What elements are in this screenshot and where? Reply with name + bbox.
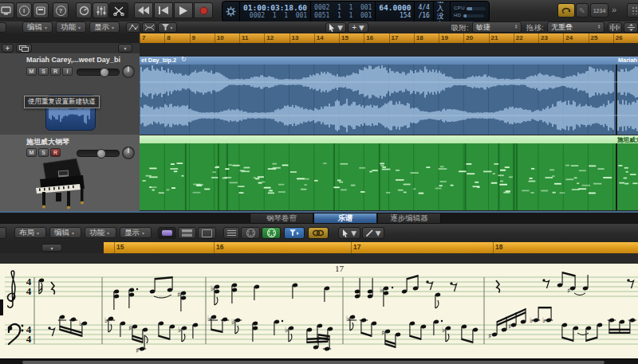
view-mode-linear-button[interactable] bbox=[158, 227, 176, 239]
lcd-settings[interactable] bbox=[223, 2, 240, 22]
play-button[interactable] bbox=[174, 2, 193, 18]
lcd-locator-bottom: 0051 1 1 001 bbox=[314, 12, 372, 20]
event-list-button[interactable] bbox=[223, 227, 239, 239]
tab-step-editor[interactable]: 逐步编辑器 bbox=[377, 213, 441, 224]
record-enable-button[interactable]: R bbox=[50, 148, 61, 157]
score-catch-button[interactable]: ▾ bbox=[41, 244, 62, 252]
ruler-number: 22 bbox=[516, 34, 523, 41]
pan-knob[interactable] bbox=[120, 144, 137, 162]
hd-meter-label: HD bbox=[454, 13, 462, 18]
automation-button[interactable] bbox=[126, 22, 140, 33]
ruler-number: 18 bbox=[416, 34, 423, 41]
cycle-button[interactable] bbox=[557, 3, 575, 18]
ruler-tick bbox=[589, 33, 589, 43]
vertical-zoom-button[interactable] bbox=[624, 22, 638, 33]
score-canvas[interactable]: 444417♭♯♭♯♯♭♭♭♭♭♭♭♯♭♯♯♯♭♭ bbox=[0, 253, 638, 358]
lcd-display[interactable]: 01:00:03:18.60 0002 1 1 001 0002 1 1 001… bbox=[222, 1, 490, 22]
duplicate-track-button[interactable] bbox=[16, 44, 32, 53]
menu-label: 功能 bbox=[89, 228, 104, 238]
midi-in-active-button[interactable] bbox=[262, 227, 281, 239]
track-header-audio[interactable]: Mariah Carey,...weet Day_bip M S R I bbox=[0, 53, 140, 135]
lcd-tempo[interactable]: 64.0000 154 bbox=[376, 2, 415, 22]
tab-score[interactable]: 乐谱 bbox=[313, 213, 377, 224]
catch-filter-button[interactable] bbox=[284, 227, 305, 239]
score-edit-menu[interactable]: 编辑▾ bbox=[49, 227, 81, 238]
midi-region-header[interactable]: 施坦威大 bbox=[140, 135, 638, 143]
track-header-collapse-button[interactable]: ▾ bbox=[118, 44, 132, 53]
waveform-zoom-button[interactable] bbox=[608, 22, 622, 33]
inspector-button[interactable] bbox=[33, 2, 49, 18]
track-name[interactable]: 施坦威大钢琴 bbox=[26, 137, 120, 147]
chevron-down-icon: ▾ bbox=[107, 230, 109, 236]
quick-help-button[interactable]: ? bbox=[53, 2, 69, 18]
view-mode-page-button[interactable] bbox=[198, 227, 216, 239]
crossfade-button[interactable] bbox=[142, 22, 156, 33]
count-in-button[interactable]: 1234 bbox=[590, 3, 608, 18]
svg-text:♭: ♭ bbox=[207, 315, 211, 323]
score-layout-menu[interactable]: 布局▾ bbox=[14, 227, 46, 238]
lcd-locators[interactable]: 0002 1 1 001 0051 1 1 001 bbox=[311, 2, 376, 22]
ruler-number: 18 bbox=[495, 243, 502, 251]
link-button[interactable] bbox=[308, 227, 329, 239]
screen-set-button[interactable] bbox=[0, 2, 14, 18]
lcd-tempo-value: 64.0000 bbox=[379, 4, 411, 12]
solo-button[interactable]: S bbox=[38, 148, 49, 157]
score-pointer-tool[interactable]: ▾ bbox=[338, 227, 360, 239]
tools-button[interactable] bbox=[109, 2, 128, 18]
drag-select[interactable]: 无重叠 ▲▼ bbox=[547, 22, 605, 33]
mixer-button[interactable] bbox=[93, 2, 108, 18]
track-name[interactable]: Mariah Carey,...weet Day_bip bbox=[26, 56, 120, 64]
ruler-tick bbox=[389, 33, 390, 43]
arrange-edit-menu[interactable]: 编辑▾ bbox=[22, 22, 53, 33]
scrollbar-thumb[interactable] bbox=[22, 361, 605, 364]
more-chevron-icon[interactable]: » bbox=[612, 5, 616, 14]
chevron-down-icon: ▾ bbox=[50, 245, 53, 251]
library-button[interactable]: i bbox=[16, 2, 32, 18]
track-header-piano[interactable]: 施坦威大钢琴 M S R bbox=[0, 135, 140, 211]
midi-region[interactable]: 施坦威大 bbox=[140, 135, 638, 210]
lcd-performance[interactable]: CPU HD bbox=[451, 2, 489, 22]
add-track-button[interactable]: + bbox=[2, 44, 14, 53]
horizontal-scrollbar[interactable] bbox=[0, 358, 638, 364]
audio-region[interactable]: et Day_bip.2 ↻ Mariah bbox=[140, 57, 638, 135]
volume-slider[interactable] bbox=[77, 150, 120, 157]
toolbar-button[interactable] bbox=[76, 2, 92, 18]
left-click-tool-selector[interactable]: ▾ bbox=[325, 22, 346, 33]
lcd-midi-io[interactable]: 没有输入 没有输出 bbox=[434, 2, 451, 22]
record-button[interactable] bbox=[194, 2, 213, 18]
editor-tab-bar: 钢琴卷帘 乐谱 逐步编辑器 bbox=[0, 213, 638, 225]
ruler-tick bbox=[364, 33, 364, 43]
mute-button[interactable]: M bbox=[26, 67, 37, 76]
svg-text:4: 4 bbox=[26, 285, 32, 297]
mute-button[interactable]: M bbox=[26, 148, 37, 157]
score-view-menu[interactable]: 显示▾ bbox=[120, 227, 152, 238]
score-functions-menu[interactable]: 功能▾ bbox=[85, 227, 116, 238]
record-enable-button[interactable]: R bbox=[50, 67, 61, 76]
command-click-tool-selector[interactable]: + ▾ bbox=[348, 22, 368, 33]
pan-knob[interactable] bbox=[120, 63, 137, 80]
autopunch-button[interactable]: ✎ bbox=[576, 3, 589, 18]
tab-piano-roll[interactable]: 钢琴卷帘 bbox=[250, 213, 313, 224]
audio-region-header[interactable]: et Day_bip.2 ↻ Mariah bbox=[140, 57, 638, 65]
score-pencil-tool[interactable]: ▾ bbox=[362, 227, 384, 239]
snap-select[interactable]: 敏捷 ▲▼ bbox=[472, 22, 522, 33]
rewind-button[interactable] bbox=[134, 2, 153, 18]
track-filter-button[interactable]: ▾ bbox=[158, 22, 177, 33]
wrapped-view-icon bbox=[182, 229, 192, 237]
view-mode-wrapped-button[interactable] bbox=[178, 227, 196, 239]
arrange-functions-menu[interactable]: 功能▾ bbox=[56, 22, 86, 33]
input-monitor-button[interactable]: I bbox=[62, 67, 73, 76]
lcd-signature[interactable]: 4/4 /16 bbox=[415, 2, 433, 22]
solo-button[interactable]: S bbox=[38, 67, 49, 76]
midi-in-button[interactable] bbox=[241, 227, 260, 239]
control-bar-overflow-button[interactable] bbox=[627, 3, 638, 18]
clipped-left-button[interactable] bbox=[0, 22, 6, 33]
ruler-tick bbox=[514, 33, 514, 43]
arrange-view-menu[interactable]: 显示▾ bbox=[89, 22, 120, 33]
volume-slider[interactable] bbox=[77, 68, 120, 76]
lcd-time-position[interactable]: 01:00:03:18.60 0002 1 1 001 bbox=[240, 2, 311, 22]
lcd-smpte-time: 01:00:03:18.60 bbox=[243, 4, 307, 12]
score-bar-ruler[interactable]: 15161718 bbox=[104, 242, 638, 254]
clipped-left-button[interactable] bbox=[0, 227, 6, 239]
go-to-beginning-button[interactable] bbox=[154, 2, 173, 18]
